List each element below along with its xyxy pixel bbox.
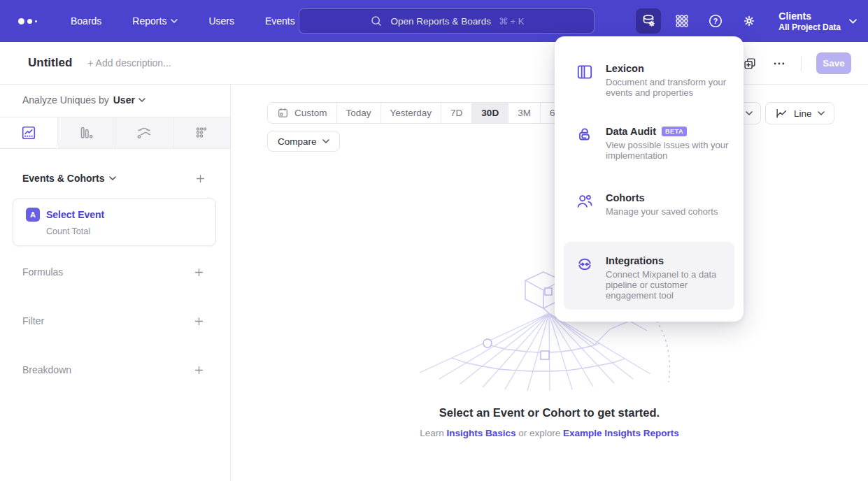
empty-state-links: Learn Insights Basics or explore Example… [231,428,868,438]
calendar-icon [277,107,289,119]
menu-item-description: View possible issues with your implement… [606,140,737,161]
data-management-button[interactable] [636,8,661,34]
tab-retention[interactable] [173,117,231,148]
compare-label: Compare [278,136,317,147]
search-icon [369,14,383,28]
mixpanel-logo[interactable] [18,18,37,24]
date-range-7d[interactable]: 7D [441,103,472,123]
insights-basics-link[interactable]: Insights Basics [446,428,515,438]
plus-icon [193,364,205,376]
tab-insights[interactable] [0,117,58,148]
gear-icon [741,13,757,29]
learn-prefix: Learn [420,428,444,438]
flows-icon [136,124,152,141]
breakdown-section: Breakdown [22,363,205,377]
count-total-selector[interactable]: Count Total [46,227,215,236]
menu-item-description: Document and transform your events and p… [606,77,737,98]
global-search-input[interactable]: Open Reports & Boards ⌘ + K [299,8,595,34]
menu-item-cohorts[interactable]: Cohorts Manage your saved cohorts [576,192,732,217]
insights-report-page: Boards Reports Users Events Open Reports… [0,0,868,481]
chevron-down-icon [322,139,329,143]
menu-item-title: Integrations [606,255,664,266]
chevron-down-icon [171,19,178,23]
chevron-down-icon [138,98,145,102]
menu-item-data-audit[interactable]: Data Audit BETA View possible issues wit… [576,126,732,161]
date-range-control: Custom Today Yesterday 7D 30D 3M 6M [267,102,573,124]
analyze-by-selector[interactable]: User [113,94,145,106]
nav-item-events[interactable]: Events [265,15,295,27]
dots-grid-icon [193,124,210,141]
help-button[interactable]: ? [703,8,728,34]
compare-button[interactable]: Compare [267,131,340,152]
menu-item-lexicon[interactable]: Lexicon Document and transform your even… [576,63,732,98]
help-icon: ? [707,13,724,29]
date-range-label: 7D [450,108,462,118]
menu-item-description: Connect Mixpanel to a data pipeline or c… [606,269,737,301]
menu-item-description: Manage your saved cohorts [606,206,737,217]
add-event-button[interactable] [194,173,206,185]
duplicate-report-button[interactable] [742,56,757,71]
beta-badge: BETA [662,127,687,136]
data-audit-lock-icon [576,126,594,144]
example-insights-reports-link[interactable]: Example Insights Reports [563,428,679,438]
formulas-label: Formulas [22,266,63,278]
date-range-custom[interactable]: Custom [268,103,337,123]
tab-bar-chart[interactable] [58,117,116,148]
lexicon-book-icon [576,63,594,81]
tab-flows[interactable] [115,117,173,148]
filter-label: Filter [22,315,44,326]
navbar-right-group: ? Clients All Project Data [636,0,857,42]
settings-button[interactable] [737,8,762,34]
add-filter-button[interactable] [193,315,205,327]
search-shortcut: ⌘ + K [499,16,525,27]
chart-type-selector[interactable]: Line [765,102,834,124]
events-cohorts-label: Events & Cohorts [22,173,104,184]
nav-item-label: Users [208,15,234,27]
chevron-down-icon [849,19,857,24]
add-formula-button[interactable] [193,266,205,278]
select-event-button[interactable]: Select Event [46,209,104,220]
events-cohorts-toggle[interactable]: Events & Cohorts [22,173,116,184]
date-range-label: 30D [481,108,499,118]
integrations-sync-icon [576,255,594,273]
project-scope: All Project Data [778,22,841,33]
logo-dot-small [35,20,37,22]
date-range-label: Custom [294,108,327,118]
primary-nav: Boards Reports Users Events [71,15,295,27]
formulas-section: Formulas [22,265,205,279]
filter-section: Filter [22,314,205,328]
chart-type-label: Line [794,108,812,119]
line-chart-icon [775,107,788,120]
menu-item-integrations[interactable]: Integrations Connect Mixpanel to a data … [576,255,732,301]
nav-item-label: Events [265,15,295,27]
add-breakdown-button[interactable] [193,364,205,376]
date-range-today[interactable]: Today [337,103,381,123]
apps-grid-button[interactable] [669,8,695,34]
menu-item-title: Data Audit [606,126,656,137]
menu-item-text: Data Audit BETA View possible issues wit… [606,126,737,161]
date-range-3m[interactable]: 3M [508,103,541,123]
event-row: A Select Event [26,208,215,222]
cohorts-users-icon [576,192,594,210]
date-range-30d[interactable]: 30D [472,103,508,123]
analyze-value: User [113,94,135,106]
chevron-down-icon [746,111,753,115]
save-button[interactable]: Save [816,52,851,74]
nav-item-boards[interactable]: Boards [71,15,101,27]
more-options-button[interactable] [772,57,786,71]
database-gear-icon [640,13,657,29]
report-title[interactable]: Untitled [28,56,72,70]
logo-dot-medium [27,19,32,24]
date-range-yesterday[interactable]: Yesterday [381,103,442,123]
chevron-down-icon [818,111,825,115]
add-description-field[interactable]: + Add description... [87,57,171,69]
project-selector[interactable]: Clients All Project Data [778,10,857,33]
event-row-card[interactable]: A Select Event Count Total [13,198,216,246]
nav-item-users[interactable]: Users [208,15,234,27]
events-cohorts-header: Events & Cohorts [22,171,206,185]
ellipsis-icon [772,57,786,71]
breakdown-label: Breakdown [22,364,71,375]
menu-item-text: Cohorts Manage your saved cohorts [606,192,737,217]
plus-icon [194,173,206,185]
nav-item-reports[interactable]: Reports [132,15,178,27]
